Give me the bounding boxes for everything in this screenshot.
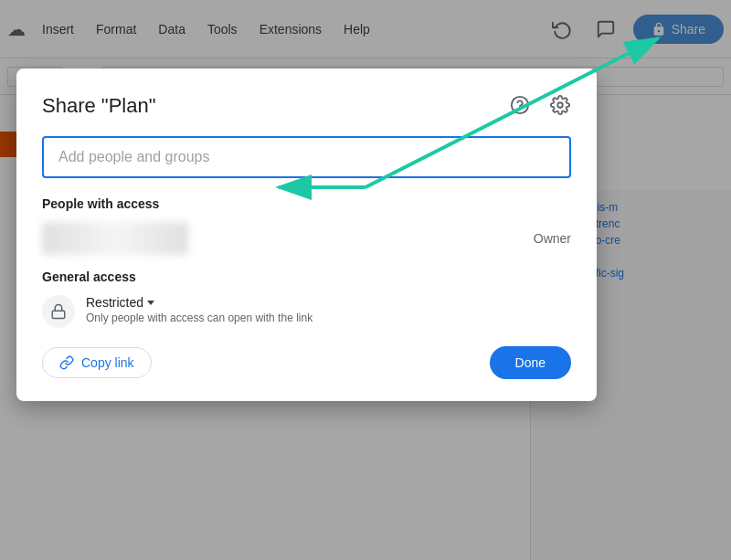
svg-rect-3 [52,311,65,318]
general-access-title: General access [42,269,571,284]
access-type-label: Restricted [86,295,143,310]
general-access-section: General access Restricted Only people wi… [42,269,571,328]
access-info: Restricted Only people with access can o… [86,295,571,324]
modal-footer: Copy link Done [42,346,571,379]
person-row: Owner [42,222,571,255]
people-input[interactable] [42,136,571,178]
access-description: Only people with access can open with th… [86,312,571,324]
modal-title: Share "Plan" [42,94,571,118]
modal-header-icons [505,90,575,120]
done-button[interactable]: Done [490,346,571,379]
settings-icon-btn[interactable] [546,90,575,120]
svg-point-2 [557,102,563,108]
chevron-down-icon [147,301,154,305]
owner-label: Owner [534,231,571,246]
lock-icon-wrap [42,295,75,328]
done-label: Done [515,355,546,370]
copy-link-button[interactable]: Copy link [42,347,152,378]
share-modal: Share "Plan" People with access Owner Ge… [16,69,597,401]
people-section-title: People with access [42,196,571,211]
copy-link-label: Copy link [81,355,134,370]
access-type-row[interactable]: Restricted [86,295,571,310]
avatar-blurred [42,222,188,255]
access-row: Restricted Only people with access can o… [42,295,571,328]
help-icon-btn[interactable] [505,90,535,120]
